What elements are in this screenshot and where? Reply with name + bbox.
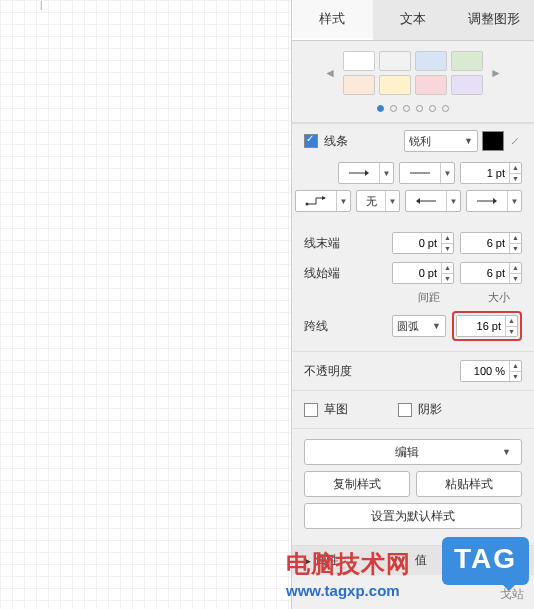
swatch[interactable] [415, 51, 447, 71]
swatch[interactable] [451, 75, 483, 95]
properties-panel: 样式 文本 调整图形 ◄ ► [292, 0, 534, 609]
swatch[interactable] [415, 75, 447, 95]
ruler-tick: | [40, 0, 42, 10]
end-size-spinner[interactable]: ▲▼ [460, 232, 522, 254]
page-dots [304, 105, 522, 112]
spinner-input[interactable] [461, 263, 509, 283]
cross-headers: 间距 大小 [292, 288, 534, 307]
spinner-input[interactable] [457, 316, 505, 336]
spin-down-icon[interactable]: ▼ [510, 274, 521, 284]
tag-badge: TAG [442, 537, 529, 585]
set-default-button[interactable]: 设置为默认样式 [304, 503, 522, 529]
chevron-down-icon: ▼ [336, 191, 350, 211]
spin-down-icon[interactable]: ▼ [442, 244, 453, 254]
chevron-down-icon: ▼ [432, 321, 441, 331]
start-size-spinner[interactable]: ▲▼ [460, 262, 522, 284]
chevron-down-icon: ▼ [507, 191, 521, 211]
swatch[interactable] [343, 75, 375, 95]
line-weight-input[interactable] [461, 163, 509, 183]
sketch-label: 草图 [324, 401, 348, 418]
spin-up-icon[interactable]: ▲ [442, 233, 453, 244]
line-style-select[interactable]: ▼ [399, 162, 455, 184]
select-value: 无 [357, 191, 385, 211]
svg-point-2 [306, 203, 309, 206]
dot[interactable] [377, 105, 384, 112]
swatch[interactable] [343, 51, 375, 71]
chevron-down-icon: ▼ [464, 136, 473, 146]
tab-adjust[interactable]: 调整图形 [453, 0, 534, 40]
spin-down-icon[interactable]: ▼ [510, 174, 521, 184]
dot[interactable] [442, 105, 449, 112]
opacity-label: 不透明度 [304, 363, 460, 380]
cross-row: 跨线 圆弧▼ ▲▼ [292, 307, 534, 351]
spin-up-icon[interactable]: ▲ [510, 263, 521, 274]
prev-colors-icon[interactable]: ◄ [323, 66, 337, 80]
spinner-input[interactable] [393, 233, 441, 253]
line-end-label: 线末端 [304, 235, 344, 252]
spin-up-icon[interactable]: ▲ [442, 263, 453, 274]
cross-label: 跨线 [304, 318, 344, 335]
dot[interactable] [429, 105, 436, 112]
spin-up-icon[interactable]: ▲ [506, 316, 517, 327]
line-color[interactable] [482, 131, 504, 151]
swatch[interactable] [379, 51, 411, 71]
spinner-input[interactable] [461, 233, 509, 253]
chevron-down-icon: ▼ [379, 163, 393, 183]
style-buttons: 编辑▼ 复制样式 粘贴样式 设置为默认样式 [292, 429, 534, 546]
spinner-input[interactable] [393, 263, 441, 283]
swatch[interactable] [379, 75, 411, 95]
dot[interactable] [403, 105, 410, 112]
sketch-checkbox[interactable] [304, 403, 318, 417]
line-end-row: 线末端 ▲▼ ▲▼ [292, 228, 534, 258]
shadow-checkbox[interactable] [398, 403, 412, 417]
spin-up-icon[interactable]: ▲ [510, 233, 521, 244]
tab-text[interactable]: 文本 [373, 0, 454, 40]
dot[interactable] [416, 105, 423, 112]
spinner-input[interactable] [461, 361, 509, 381]
end-spacing-spinner[interactable]: ▲▼ [392, 232, 454, 254]
spin-down-icon[interactable]: ▼ [510, 244, 521, 254]
size-header: 大小 [488, 290, 510, 305]
opacity-row: 不透明度 ▲▼ [292, 351, 534, 391]
line-checkbox[interactable] [304, 134, 318, 148]
button-label: 编辑 [395, 444, 419, 461]
line-start-label: 线始端 [304, 265, 344, 282]
arrow-end2-select[interactable]: ▼ [466, 190, 522, 212]
paste-style-button[interactable]: 粘贴样式 [416, 471, 522, 497]
arrow-start-select[interactable]: ▼ [405, 190, 461, 212]
cross-size-spinner[interactable]: ▲▼ [456, 315, 518, 337]
spin-down-icon[interactable]: ▼ [506, 327, 517, 337]
watermark-title: 电脑技术网 [286, 548, 411, 580]
line-start-row: 线始端 ▲▼ ▲▼ [292, 258, 534, 288]
watermark: 电脑技术网 www.tagxp.com [286, 548, 411, 599]
select-value: 圆弧 [397, 319, 419, 334]
next-colors-icon[interactable]: ► [489, 66, 503, 80]
connector-type-select[interactable]: ▼ [295, 190, 351, 212]
color-section: ◄ ► [292, 41, 534, 123]
arrow-end-select[interactable]: ▼ [338, 162, 394, 184]
spin-down-icon[interactable]: ▼ [510, 372, 521, 382]
prop-value-label: 值 [415, 552, 427, 569]
edit-button[interactable]: 编辑▼ [304, 439, 522, 465]
watermark-url: www.tagxp.com [286, 582, 411, 599]
spin-down-icon[interactable]: ▼ [442, 274, 453, 284]
line-sharp-select[interactable]: 锐利▼ [404, 130, 478, 152]
dot[interactable] [390, 105, 397, 112]
waypoint-select[interactable]: 无▼ [356, 190, 400, 212]
spin-up-icon[interactable]: ▲ [510, 163, 521, 174]
arc-select[interactable]: 圆弧▼ [392, 315, 446, 337]
swatch[interactable] [451, 51, 483, 71]
copy-style-button[interactable]: 复制样式 [304, 471, 410, 497]
start-spacing-spinner[interactable]: ▲▼ [392, 262, 454, 284]
shadow-label: 阴影 [418, 401, 442, 418]
line-toggle-row: 线条 锐利▼ ⟋ [292, 123, 534, 158]
reset-icon[interactable]: ⟋ [508, 131, 522, 151]
chevron-down-icon: ▼ [440, 163, 454, 183]
opacity-spinner[interactable]: ▲▼ [460, 360, 522, 382]
canvas[interactable]: | [0, 0, 292, 609]
effects-row: 草图 阴影 [292, 391, 534, 429]
tab-style[interactable]: 样式 [292, 0, 373, 40]
line-weight-spinner[interactable]: ▲▼ [460, 162, 522, 184]
chevron-down-icon: ▼ [446, 191, 460, 211]
spin-up-icon[interactable]: ▲ [510, 361, 521, 372]
